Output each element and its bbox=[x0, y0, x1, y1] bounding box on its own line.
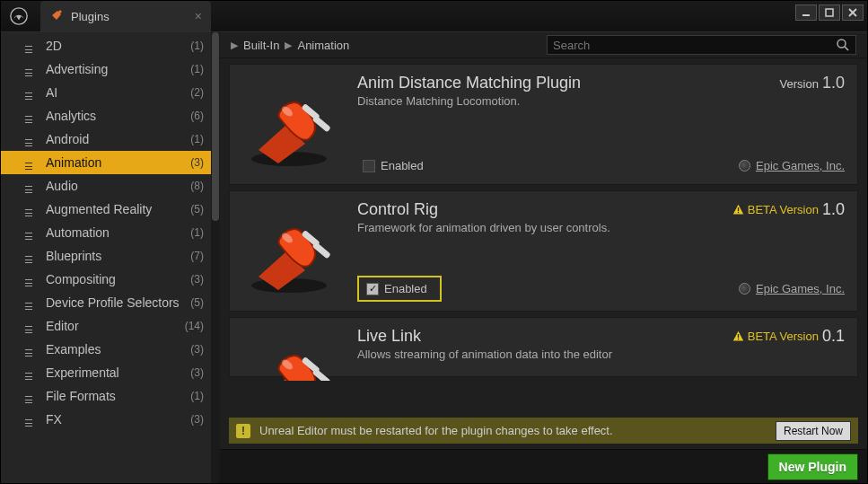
category-item[interactable]: FX(3) bbox=[1, 408, 211, 431]
category-label: File Formats bbox=[46, 389, 116, 403]
new-plugin-button[interactable]: New Plugin bbox=[767, 453, 858, 480]
category-count: (8) bbox=[190, 180, 204, 192]
category-count: (5) bbox=[190, 203, 204, 216]
category-count: (1) bbox=[190, 226, 204, 239]
category-label: Analytics bbox=[46, 109, 96, 123]
category-icon bbox=[24, 415, 39, 424]
maximize-button[interactable] bbox=[819, 4, 840, 21]
category-item[interactable]: Automation(1) bbox=[1, 221, 211, 244]
category-label: Blueprints bbox=[46, 249, 101, 263]
sidebar-scrollbar[interactable] bbox=[211, 32, 220, 483]
vendor-link[interactable]: Epic Games, Inc. bbox=[739, 282, 845, 295]
category-icon bbox=[24, 181, 39, 190]
category-icon bbox=[24, 65, 39, 74]
plugin-thumbnail bbox=[242, 200, 341, 304]
plugin-body: Live Link BETA Version 0.1 Allows stream… bbox=[357, 327, 845, 376]
plugin-list: Anim Distance Matching Plugin Version 1.… bbox=[220, 58, 867, 418]
plugin-description: Distance Matching Locomotion. bbox=[357, 94, 845, 108]
category-label: Audio bbox=[46, 179, 78, 193]
category-count: (1) bbox=[190, 63, 204, 75]
category-icon bbox=[24, 135, 39, 144]
plugin-version: BETA Version 1.0 bbox=[732, 200, 845, 219]
footer-bar: New Plugin bbox=[220, 449, 867, 483]
category-label: Examples bbox=[46, 342, 101, 356]
svg-rect-18 bbox=[738, 334, 739, 338]
category-count: (2) bbox=[190, 86, 204, 99]
restart-now-button[interactable]: Restart Now bbox=[776, 421, 851, 441]
breadcrumb-current[interactable]: Animation bbox=[297, 39, 349, 52]
chevron-right-icon: ▶ bbox=[231, 40, 238, 51]
category-label: 2D bbox=[46, 39, 62, 53]
category-item[interactable]: Audio(8) bbox=[1, 174, 211, 198]
enabled-checkbox[interactable]: ✓ Enabled bbox=[357, 276, 442, 302]
category-item[interactable]: AI(2) bbox=[1, 81, 211, 104]
category-label: Android bbox=[46, 132, 89, 146]
plugin-card: Anim Distance Matching Plugin Version 1.… bbox=[229, 64, 858, 185]
tab-plugins[interactable]: Plugins × bbox=[40, 1, 211, 31]
plug-tab-icon bbox=[49, 8, 64, 25]
category-count: (7) bbox=[190, 250, 204, 262]
category-item[interactable]: 2D(1) bbox=[1, 34, 211, 57]
category-count: (3) bbox=[190, 413, 204, 426]
category-item[interactable]: Animation(3) bbox=[1, 151, 211, 174]
search-box[interactable] bbox=[547, 35, 856, 55]
category-icon bbox=[24, 392, 39, 400]
svg-rect-1 bbox=[802, 14, 810, 16]
category-item[interactable]: Experimental(3) bbox=[1, 361, 211, 384]
vendor-link[interactable]: Epic Games, Inc. bbox=[739, 159, 845, 172]
category-label: Augmented Reality bbox=[46, 202, 152, 216]
unreal-logo bbox=[6, 1, 31, 31]
category-icon bbox=[24, 368, 39, 377]
tab-close-icon[interactable]: × bbox=[195, 9, 202, 23]
globe-icon bbox=[739, 160, 750, 172]
svg-rect-13 bbox=[738, 207, 739, 211]
breadcrumb-bar: ▶ Built-In ▶ Animation bbox=[220, 32, 867, 58]
category-item[interactable]: Blueprints(7) bbox=[1, 244, 211, 268]
enabled-checkbox[interactable]: Enabled bbox=[357, 156, 429, 175]
category-item[interactable]: Device Profile Selectors(5) bbox=[1, 291, 211, 314]
checkbox-icon bbox=[363, 160, 375, 172]
plugin-thumbnail bbox=[242, 74, 341, 177]
category-item[interactable]: Augmented Reality(5) bbox=[1, 198, 211, 221]
category-label: Compositing bbox=[46, 272, 116, 286]
breadcrumb-root[interactable]: Built-In bbox=[243, 39, 279, 52]
category-item[interactable]: Examples(3) bbox=[1, 338, 211, 361]
category-icon bbox=[24, 345, 39, 354]
plugin-card: Live Link BETA Version 0.1 Allows stream… bbox=[229, 317, 858, 377]
plugin-title: Control Rig bbox=[357, 200, 438, 219]
plugin-description: Framework for animation driven by user c… bbox=[357, 221, 845, 234]
category-count: (3) bbox=[190, 343, 204, 356]
category-label: Advertising bbox=[46, 62, 108, 76]
warning-icon bbox=[732, 204, 744, 216]
category-icon bbox=[24, 298, 39, 307]
titlebar: Plugins × bbox=[1, 1, 867, 31]
category-label: Experimental bbox=[46, 365, 119, 380]
minimize-button[interactable] bbox=[795, 4, 817, 21]
scrollbar-thumb[interactable] bbox=[212, 32, 219, 221]
category-item[interactable]: Advertising(1) bbox=[1, 57, 211, 81]
plugin-body: Anim Distance Matching Plugin Version 1.… bbox=[357, 74, 845, 177]
plugin-body: Control Rig BETA Version 1.0 Framework f… bbox=[357, 200, 845, 304]
category-item[interactable]: Android(1) bbox=[1, 128, 211, 151]
category-count: (1) bbox=[190, 133, 204, 145]
category-icon bbox=[24, 158, 39, 167]
category-label: FX bbox=[46, 412, 62, 427]
category-item[interactable]: Analytics(6) bbox=[1, 104, 211, 128]
restart-notice: ! Unreal Editor must be restarted for th… bbox=[229, 418, 858, 444]
plugin-version: BETA Version 0.1 bbox=[732, 327, 845, 346]
search-input[interactable] bbox=[553, 39, 836, 52]
category-icon bbox=[24, 111, 39, 120]
category-count: (6) bbox=[190, 110, 204, 122]
globe-icon bbox=[739, 283, 750, 295]
plugin-title: Live Link bbox=[357, 327, 421, 346]
category-item[interactable]: Editor(14) bbox=[1, 314, 211, 338]
close-button[interactable] bbox=[842, 4, 864, 21]
category-item[interactable]: File Formats(1) bbox=[1, 384, 211, 408]
svg-rect-19 bbox=[738, 339, 739, 339]
category-item[interactable]: Compositing(3) bbox=[1, 268, 211, 291]
chevron-right-icon: ▶ bbox=[285, 40, 292, 51]
plugin-thumbnail bbox=[242, 327, 341, 376]
category-icon bbox=[24, 228, 39, 237]
plugin-description: Allows streaming of animation data into … bbox=[357, 348, 845, 361]
category-icon bbox=[24, 41, 39, 50]
